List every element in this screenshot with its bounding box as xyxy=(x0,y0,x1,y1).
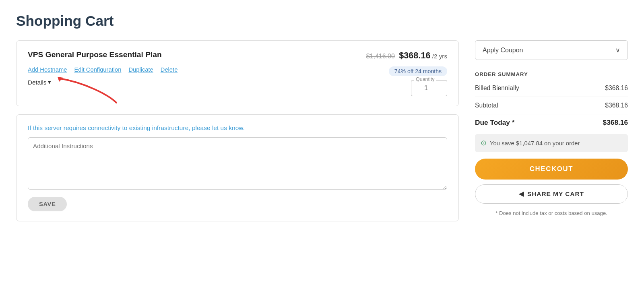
chevron-down-icon: ∨ xyxy=(615,46,620,54)
subtotal-label: Subtotal xyxy=(475,102,498,109)
additional-instructions-textarea[interactable] xyxy=(28,137,447,190)
quantity-input[interactable] xyxy=(411,80,447,96)
share-label: SHARE MY CART xyxy=(527,190,584,198)
edit-configuration-link[interactable]: Edit Configuration xyxy=(74,66,121,73)
billed-label: Billed Biennially xyxy=(475,85,519,92)
apply-coupon-label: Apply Coupon xyxy=(483,47,523,54)
save-button[interactable]: SAVE xyxy=(28,197,67,211)
checkout-button[interactable]: CHECKOUT xyxy=(475,159,628,180)
savings-badge: ⊙ You save $1,047.84 on your order xyxy=(475,134,628,152)
share-cart-button[interactable]: ◀ SHARE MY CART xyxy=(475,184,628,204)
billed-row: Billed Biennially $368.16 xyxy=(475,85,628,92)
discounted-price: $368.16 xyxy=(399,50,430,60)
instructions-card: If this server requires connectivity to … xyxy=(16,114,459,221)
details-toggle[interactable]: Details ▾ xyxy=(28,78,51,86)
savings-check-icon: ⊙ xyxy=(481,139,487,147)
due-today-row: Due Today * $368.16 xyxy=(475,114,628,127)
price-section: $1,416.00 $368.16 /2 yrs xyxy=(366,50,447,61)
order-summary-title: ORDER SUMMARY xyxy=(475,71,628,77)
order-summary-sidebar: Apply Coupon ∨ ORDER SUMMARY Billed Bien… xyxy=(475,40,628,217)
subtotal-value: $368.16 xyxy=(605,102,628,109)
share-arrow-icon: ◀ xyxy=(519,190,524,198)
annotation-arrow-container: Details ▾ xyxy=(28,78,178,86)
main-content: VPS General Purpose Essential Plan $1,41… xyxy=(16,40,459,221)
cart-item-header: VPS General Purpose Essential Plan $1,41… xyxy=(28,50,447,61)
details-label: Details xyxy=(28,79,46,86)
tax-note: * Does not include tax or costs based on… xyxy=(475,209,628,217)
instructions-info-text: If this server requires connectivity to … xyxy=(28,124,447,132)
svg-marker-0 xyxy=(58,77,63,82)
price-period: /2 yrs xyxy=(432,53,447,60)
details-chevron-icon: ▾ xyxy=(48,78,51,86)
cart-item-actions: Add Hostname Edit Configuration Duplicat… xyxy=(28,66,178,73)
page-title: Shopping Cart xyxy=(16,13,628,29)
summary-divider xyxy=(475,97,628,97)
add-hostname-link[interactable]: Add Hostname xyxy=(28,66,67,73)
annotation-arrow xyxy=(52,74,132,107)
subtotal-row: Subtotal $368.16 xyxy=(475,102,628,109)
due-today-value: $368.16 xyxy=(603,118,628,127)
right-controls: 74% off 24 months Quantity xyxy=(389,66,447,96)
quantity-wrapper: Quantity xyxy=(411,80,447,96)
billed-value: $368.16 xyxy=(605,85,628,92)
apply-coupon-button[interactable]: Apply Coupon ∨ xyxy=(475,40,628,60)
cart-item-card: VPS General Purpose Essential Plan $1,41… xyxy=(16,40,459,106)
savings-text: You save $1,047.84 on your order xyxy=(490,140,580,147)
discount-badge: 74% off 24 months xyxy=(389,66,447,76)
original-price: $1,416.00 xyxy=(366,53,395,60)
product-name: VPS General Purpose Essential Plan xyxy=(28,50,162,59)
due-today-label: Due Today * xyxy=(475,118,515,127)
delete-link[interactable]: Delete xyxy=(161,66,178,73)
duplicate-link[interactable]: Duplicate xyxy=(128,66,153,73)
quantity-label: Quantity xyxy=(414,76,436,82)
